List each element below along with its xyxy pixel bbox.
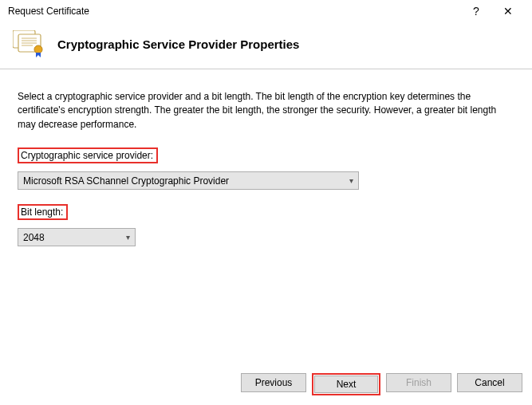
certificate-icon xyxy=(13,30,46,57)
chevron-down-icon: ▾ xyxy=(126,233,130,242)
bitlength-selected-value: 2048 xyxy=(23,232,45,243)
description-text: Select a cryptographic service provider … xyxy=(18,90,514,132)
button-bar: Previous Next Finish Cancel xyxy=(241,373,522,395)
titlebar: Request Certificate ? ✕ xyxy=(0,0,532,22)
body-area: Select a cryptographic service provider … xyxy=(0,69,532,254)
window-title: Request Certificate xyxy=(8,6,460,17)
close-button[interactable]: ✕ xyxy=(492,5,524,18)
provider-label: Cryptographic service provider: xyxy=(18,147,158,163)
next-button-highlight: Next xyxy=(312,373,380,395)
provider-selected-value: Microsoft RSA SChannel Cryptographic Pro… xyxy=(23,175,229,187)
page-title: Cryptographic Service Provider Propertie… xyxy=(57,37,299,51)
finish-button: Finish xyxy=(386,373,451,392)
bitlength-label: Bit length: xyxy=(18,204,68,220)
next-button[interactable]: Next xyxy=(314,376,378,393)
svg-point-6 xyxy=(34,45,42,53)
provider-select[interactable]: Microsoft RSA SChannel Cryptographic Pro… xyxy=(18,171,359,190)
previous-button[interactable]: Previous xyxy=(241,373,306,392)
chevron-down-icon: ▾ xyxy=(349,176,353,185)
cancel-button[interactable]: Cancel xyxy=(457,373,522,392)
header: Cryptographic Service Provider Propertie… xyxy=(0,22,532,69)
help-button[interactable]: ? xyxy=(460,5,492,18)
bitlength-select[interactable]: 2048 ▾ xyxy=(18,228,136,246)
